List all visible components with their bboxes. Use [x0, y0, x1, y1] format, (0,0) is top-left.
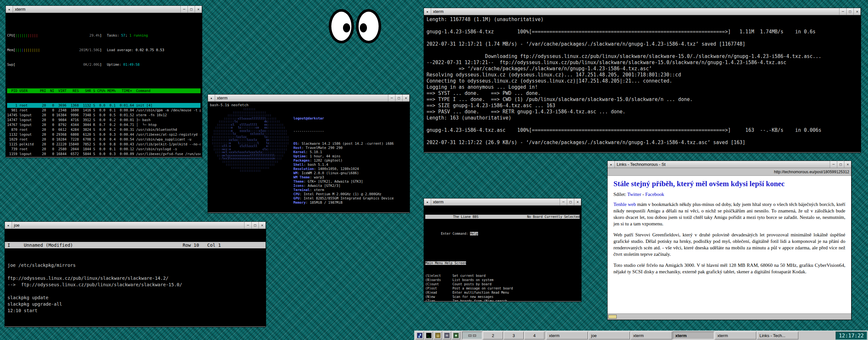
bbs-menu-item[interactable]: (C)ountCount posts by board	[425, 282, 580, 286]
taskbar-terminal-icon-button[interactable]: ›_	[425, 332, 433, 339]
maximize-icon: □	[849, 9, 851, 13]
facebook-link[interactable]: Facebook	[645, 192, 664, 197]
titlebar[interactable]: ▪ xterm ─ □ ✕	[424, 198, 581, 206]
htop-terminal[interactable]: CPU[|||||||||||29.4%] Mem[||||||||||||20…	[6, 13, 202, 157]
bbs-menu-item[interactable]: (P)ostPost a message on current board	[425, 286, 580, 290]
close-button[interactable]: ✕	[854, 8, 861, 15]
xeyes[interactable]	[329, 9, 381, 43]
taskbar-task-xterm[interactable]: xterm	[547, 332, 588, 339]
bbs-menu-item[interactable]: (B)oardsList boards on system	[425, 278, 580, 282]
settings-icon: ✱	[454, 333, 459, 338]
close-button[interactable]: ✕	[402, 95, 409, 101]
htop-process-row[interactable]: 1159 logout 20 0 16844 6572 5844 S 0.0 0…	[7, 152, 200, 156]
taskbar-icewm-menu-icon-button[interactable]: ▞	[415, 332, 424, 339]
editor-line	[7, 288, 263, 295]
links-url-bar[interactable]: http://technomorous.eu/post/180599125312	[608, 168, 851, 176]
twitter-link[interactable]: Twitter	[627, 192, 641, 197]
titlebar[interactable]: ▪ xterm ─ □ ✕	[424, 8, 861, 15]
minimize-button[interactable]: ─	[388, 95, 395, 101]
htop-process-row[interactable]: 1056 root 20 0 4440 2572 2340 S 0.0 0.1 …	[7, 156, 200, 157]
workspace-button-4[interactable]: 4	[524, 332, 545, 339]
terminal-line: --2022-07-31 12:17:21-- ftp://odysseus.l…	[427, 60, 858, 66]
info-value: TravelMate 290 290	[306, 146, 343, 150]
info-value: Slackware 14.2 i586 (post 14.2 -current)…	[302, 142, 394, 145]
taskbar-settings-icon-button[interactable]: ✱	[452, 332, 460, 339]
workspace-switcher: 234	[462, 332, 545, 339]
minimize-button[interactable]: ─	[830, 161, 837, 168]
window-menu-button[interactable]: ▪	[208, 95, 215, 101]
terminal-line: 2022-07-31 12:17:21 (1.74 MB/s) - ‘/var/…	[427, 41, 858, 47]
window-menu-button[interactable]: ▪	[424, 8, 431, 15]
taskbar-task-xterm[interactable]: xterm	[715, 332, 756, 339]
htop-process-row[interactable]: 1115 polkitd 20 0 22220 15840 7852 S 0.0…	[7, 142, 200, 147]
close-button[interactable]: ✕	[844, 161, 851, 168]
neofetch-info-line: Packages: 1202 (pkgtool)	[293, 158, 394, 162]
bbs-menu-item[interactable]: (R)eadEnter multifunction Read Menu	[425, 290, 580, 295]
taskbar-task-joe[interactable]: joe	[588, 332, 630, 339]
taskbar-task-links-tech[interactable]: Links - Tech...	[757, 332, 798, 339]
minimize-icon: ─	[832, 162, 835, 166]
terminal-line	[427, 35, 858, 41]
titlebar[interactable]: ▪ xterm ─ □ ✕	[208, 95, 409, 102]
bbs-menu-item[interactable]: (N)ewScan for new messages	[425, 295, 580, 299]
minimize-icon: ─	[391, 96, 393, 100]
editor-text[interactable]: joe /etc/slackpkg/mirrors ftp://odysseus…	[5, 261, 266, 314]
window-menu-button[interactable]: ▪	[5, 222, 12, 228]
bbs-command-line[interactable]: Enter Command: Help	[425, 227, 580, 240]
minimize-button[interactable]: ─	[560, 198, 567, 205]
wget-terminal[interactable]: Length: 1167748 (1.1M) (unauthoritative)…	[424, 15, 861, 152]
htop-process-row[interactable]: 870 root 20 0 6612 4284 3824 S 0.0 0.2 0…	[7, 127, 200, 132]
window-menu-button[interactable]: ▪	[6, 6, 13, 12]
maximize-button[interactable]: □	[188, 6, 195, 12]
htop-process-row[interactable]: 1 root 20 0 3696 1368 1132 S 0.0 0.1 0:0…	[7, 103, 200, 108]
htop-process-row[interactable]: 1029 root 20 0 10284 7228 6708 S 0.0 0.4…	[7, 137, 200, 142]
close-button[interactable]: ✕	[258, 222, 266, 228]
htop-process-row[interactable]: 739 root 20 0 2580 2044 1844 S 0.0 0.1 0…	[7, 147, 200, 152]
close-button[interactable]: ✕	[574, 198, 581, 205]
titlebar[interactable]: ▪ xterm ─ □ ✕	[6, 6, 202, 13]
titlebar[interactable]: ▪ joe ─ □ ✕	[5, 222, 266, 229]
neofetch-info-line: Memory: 185MiB / 1987MiB	[293, 200, 394, 205]
workspace-button-1[interactable]	[462, 332, 482, 339]
htop-process-row[interactable]: 14747 logout 20 0 9084 4716 3912 S 0.0 0…	[7, 118, 200, 122]
minimize-button[interactable]: ─	[839, 8, 846, 15]
window-menu-button[interactable]: ▪	[608, 161, 615, 168]
minimize-button[interactable]: ─	[180, 6, 188, 12]
bbs-menu-item[interactable]: (S)electSet current board	[425, 274, 580, 278]
titlebar[interactable]: ▪ Links - Technomorous - St ─ □ ✕	[608, 161, 851, 168]
bbs-terminal[interactable]: The Liane BBS No Board Currently Selecte…	[424, 206, 581, 301]
neofetch-info-line: Resolution: 1400x1050, 1280x1024	[293, 167, 394, 171]
close-button[interactable]: ✕	[195, 6, 202, 12]
maximize-icon: □	[839, 162, 842, 166]
window-menu-button[interactable]: ▪	[424, 198, 431, 205]
maximize-button[interactable]: □	[837, 161, 844, 168]
workspace-button-3[interactable]: 3	[504, 332, 524, 339]
joe-terminal[interactable]: I Unnamed (Modified) Row 10 Col 1 joe /e…	[5, 229, 266, 327]
workspace-button-2[interactable]: 2	[483, 332, 503, 339]
taskbar-clock[interactable]: 12:17:22	[836, 332, 867, 340]
info-label: Shell	[293, 162, 304, 166]
maximize-button[interactable]: □	[251, 222, 258, 228]
taskbar-files-icon-button[interactable]: ▤	[434, 332, 442, 339]
minimize-button[interactable]: ─	[244, 222, 251, 228]
bbs-menu-item[interactable]: (Z)apZap boards from (N)ew search	[425, 299, 580, 301]
htop-process-row[interactable]: 14745 logout 20 0 16384 9996 7348 S 0.0 …	[7, 113, 200, 118]
taskbar-task-xterm[interactable]: xterm	[673, 332, 714, 339]
article-inline-link[interactable]: Tenhle web	[614, 202, 636, 207]
taskbar-mail-icon-button[interactable]: ✉	[443, 332, 451, 339]
htop-process-row[interactable]: 981 root 20 0 2348 1600 1416 S 0.0 0.1 0…	[7, 108, 200, 113]
maximize-button[interactable]: □	[846, 8, 854, 15]
htop-process-row[interactable]: 1132 logout 20 0 29368 6808 6120 S 0.0 0…	[7, 132, 200, 137]
taskbar-task-xterm[interactable]: xterm	[630, 332, 672, 339]
htop-process-row[interactable]: 14767 logout 20 0 8792 4344 3044 R 0.7 0…	[7, 122, 200, 127]
mini-window	[468, 335, 471, 337]
neofetch-terminal[interactable]: bash-5.1$ neofetch ::::::: :::::::::::::…	[208, 102, 409, 212]
htop-column-header[interactable]: PID USER PRI NI VIRT RES SHR S CPU% MEM%…	[7, 88, 200, 93]
bbs-command-input[interactable]: Help	[470, 232, 478, 236]
maximize-button[interactable]: □	[567, 198, 574, 205]
info-value: Intel 82852/855GM Integrated Graphics De…	[304, 196, 394, 200]
info-label: CPU	[293, 192, 300, 196]
window-links-browser: ▪ Links - Technomorous - St ─ □ ✕ http:/…	[607, 161, 851, 320]
terminal-line: 2022-07-31 12:17:22 (26.9 KB/s) - ‘/var/…	[427, 140, 858, 146]
maximize-button[interactable]: □	[395, 95, 402, 101]
